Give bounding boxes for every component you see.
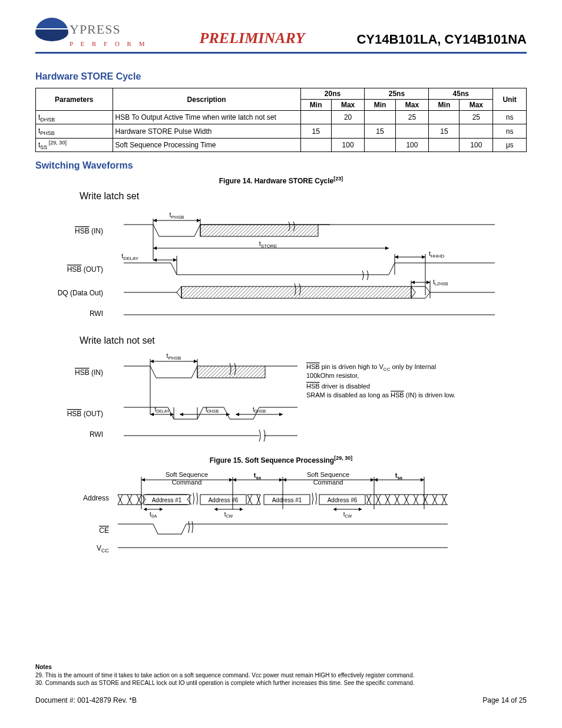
svg-text:Address #1: Address #1: [152, 497, 182, 503]
svg-text:HSB  (OUT): HSB (OUT): [67, 410, 103, 418]
svg-text:Command: Command: [172, 479, 202, 486]
svg-text:Soft Sequence: Soft Sequence: [307, 471, 349, 478]
globe-icon: [35, 18, 68, 41]
th-min: Min: [300, 100, 331, 111]
cell-value: 100: [331, 138, 365, 151]
svg-text:RWI: RWI: [90, 309, 103, 318]
svg-text:CE: CE: [99, 526, 109, 535]
th-parameters: Parameters: [36, 88, 113, 111]
cell-unit: ns: [493, 124, 527, 138]
svg-text:Address: Address: [83, 494, 109, 502]
brand-tagline: P E R F O R M: [70, 40, 147, 47]
th-25ns: 25ns: [365, 88, 429, 100]
svg-text:tDELAY: tDELAY: [121, 252, 138, 261]
cell-param: tSS [29, 30]: [36, 138, 113, 151]
notes-heading: Notes: [35, 664, 415, 671]
svg-text:tLZHSB: tLZHSB: [433, 279, 448, 286]
svg-text:tss: tss: [395, 472, 403, 480]
svg-text:tss: tss: [254, 472, 262, 480]
waveform-figure14b: HSB (IN) tPHSB HSB pin is driven high to…: [35, 348, 527, 450]
th-min: Min: [429, 100, 459, 111]
cell-value: 100: [459, 138, 493, 151]
svg-text:tPHSB: tPHSB: [167, 352, 181, 361]
section-switching-waveforms: Switching Waveforms: [35, 160, 133, 171]
preliminary-label: PRELIMINARY: [200, 29, 305, 47]
svg-text:HSB  (IN): HSB (IN): [75, 227, 103, 235]
svg-text:HSB pin is driven high to VCC : HSB pin is driven high to VCC only by In…: [306, 363, 436, 372]
cell-desc: HSB To Output Active Time when write lat…: [113, 111, 300, 124]
svg-text:Address #1: Address #1: [272, 497, 302, 503]
part-numbers: CY14B101LA, CY14B101NA: [356, 32, 527, 47]
page-number: Page 14 of 25: [482, 696, 527, 704]
note-29: 29. This is the amount of time it takes …: [35, 672, 415, 680]
cell-value: 15: [429, 124, 459, 138]
svg-text:Soft Sequence: Soft Sequence: [166, 471, 208, 478]
svg-text:Address #6: Address #6: [328, 497, 358, 503]
cell-value: [365, 138, 395, 151]
brand-name: YPRESS: [70, 22, 121, 37]
svg-text:Command: Command: [313, 479, 343, 486]
svg-text:HSB  (OUT): HSB (OUT): [67, 265, 103, 274]
cell-value: 15: [365, 124, 395, 138]
note-30: 30. Commands such as STORE and RECALL lo…: [35, 680, 415, 687]
cell-value: [300, 138, 331, 151]
figure14-caption: Figure 14. Hardware STORE Cycle[23]: [35, 176, 527, 185]
svg-text:tSTORE: tSTORE: [259, 240, 277, 249]
svg-text:tCW: tCW: [224, 511, 233, 518]
th-45ns: 45ns: [429, 88, 493, 100]
cell-value: [331, 124, 365, 138]
table-row: tPHSB Hardware STORE Pulse Width 15 15 1…: [36, 124, 527, 138]
page-header: YPRESS P E R F O R M PRELIMINARY CY14B10…: [35, 18, 527, 51]
table-row: tDHSB HSB To Output Active Time when wri…: [36, 111, 527, 124]
cell-value: [429, 138, 459, 151]
svg-text:RWI: RWI: [90, 430, 103, 439]
svg-text:tPHSB: tPHSB: [170, 211, 184, 220]
svg-text:100kOhm resistor,: 100kOhm resistor,: [306, 372, 359, 379]
header-rule: [35, 52, 527, 54]
cell-desc: Hardware STORE Pulse Width: [113, 124, 300, 138]
cell-param: tPHSB: [36, 124, 113, 138]
doc-number: Document #: 001-42879 Rev. *B: [35, 696, 137, 704]
th-min: Min: [365, 100, 395, 111]
svg-text:HSB  (IN): HSB (IN): [75, 368, 103, 377]
section-hardware-store-cycle: Hardware STORE Cycle: [35, 71, 527, 82]
svg-text:Address #6: Address #6: [209, 497, 239, 503]
cell-value: [395, 124, 429, 138]
th-max: Max: [331, 100, 365, 111]
cell-unit: ns: [493, 111, 527, 124]
th-20ns: 20ns: [300, 88, 365, 100]
svg-text:tSA: tSA: [150, 511, 157, 518]
svg-text:DQ (Data Out): DQ (Data Out): [58, 289, 103, 297]
cell-value: 25: [459, 111, 493, 124]
cell-value: 25: [395, 111, 429, 124]
th-max: Max: [459, 100, 493, 111]
cell-desc: Soft Sequence Processing Time: [113, 138, 300, 151]
wave-title-write-latch-set: Write latch set: [80, 191, 527, 202]
waveform-figure14a: HSB (IN) tPHSB tSTORE HSB (OUT): [35, 204, 527, 330]
th-unit: Unit: [493, 88, 527, 111]
cell-value: 15: [300, 124, 331, 138]
cell-value: [300, 111, 331, 124]
logo-block: YPRESS P E R F O R M: [35, 18, 147, 47]
cell-value: [459, 124, 493, 138]
page-footer: Document #: 001-42879 Rev. *B Page 14 of…: [35, 696, 527, 704]
cell-value: [429, 111, 459, 124]
timing-table: Parameters Description 20ns 25ns 45ns Un…: [35, 88, 527, 152]
svg-rect-26: [197, 366, 265, 378]
table-row: tSS [29, 30] Soft Sequence Processing Ti…: [36, 138, 527, 151]
cell-param: tDHSB: [36, 111, 113, 124]
cell-unit: μs: [493, 138, 527, 151]
svg-text:HSB driver is disabled: HSB driver is disabled: [306, 383, 370, 390]
th-max: Max: [395, 100, 429, 111]
svg-text:VCC: VCC: [97, 544, 110, 554]
figure15-caption: Figure 15. Soft Sequence Processing[29, …: [35, 455, 527, 465]
cell-value: 100: [395, 138, 429, 151]
wave-title-write-latch-not-set: Write latch not set: [80, 335, 527, 346]
svg-rect-1: [200, 225, 318, 236]
svg-text:tHHHD: tHHHD: [429, 250, 444, 259]
svg-text:SRAM is disabled as long as HS: SRAM is disabled as long as HSB (IN) is …: [306, 391, 455, 398]
cell-value: [365, 111, 395, 124]
svg-rect-18: [181, 286, 411, 298]
notes-block: Notes 29. This is the amount of time it …: [35, 664, 415, 687]
th-description: Description: [113, 88, 300, 111]
